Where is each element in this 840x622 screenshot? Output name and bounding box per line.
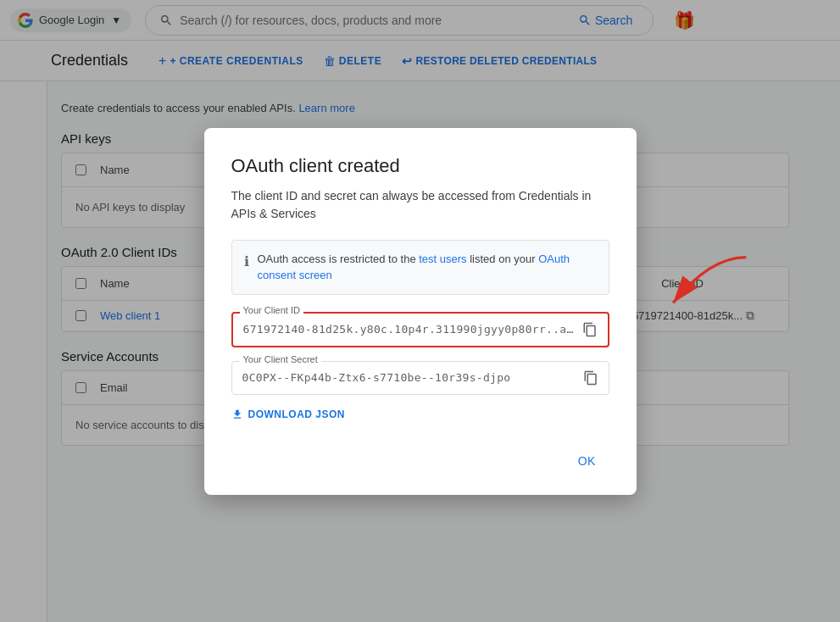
client-id-field-group: Your Client ID 671972140-81d25k.y80c.10p…	[231, 312, 609, 347]
oauth-dialog: OAuth client created The client ID and s…	[204, 128, 637, 495]
dialog-description: The client ID and secret can always be a…	[231, 187, 609, 223]
modal-overlay: OAuth client created The client ID and s…	[0, 0, 840, 622]
client-id-label: Your Client ID	[240, 305, 303, 315]
client-secret-field-value: 0C0PX--FKp44b-Ztx6-s7710be--10r39s-djpo	[242, 371, 576, 384]
dialog-title: OAuth client created	[231, 155, 609, 177]
info-icon: ℹ	[244, 252, 249, 272]
client-id-box: 671972140-81d25k.y80c.10p4r.311990jgyy0p…	[231, 312, 609, 347]
copy-client-id-button[interactable]	[582, 322, 598, 337]
client-secret-box: 0C0PX--FKp44b-Ztx6-s7710be--10r39s-djpo	[231, 361, 609, 395]
download-json-button[interactable]: DOWNLOAD JSON	[231, 408, 346, 420]
copy-client-secret-button[interactable]	[583, 370, 598, 386]
download-icon	[231, 408, 243, 420]
test-users-link[interactable]: test users	[419, 253, 466, 265]
copy-icon	[582, 322, 598, 337]
dialog-actions: OK	[231, 447, 609, 475]
client-secret-label: Your Client Secret	[240, 354, 321, 364]
info-box-text: OAuth access is restricted to the test u…	[258, 251, 597, 284]
red-arrow-indicator	[637, 247, 755, 323]
info-box: ℹ OAuth access is restricted to the test…	[231, 240, 609, 295]
ok-button[interactable]: OK	[565, 447, 609, 475]
client-id-field-value: 671972140-81d25k.y80c.10p4r.311990jgyy0p…	[243, 323, 576, 336]
client-secret-field-group: Your Client Secret 0C0PX--FKp44b-Ztx6-s7…	[231, 361, 609, 395]
copy-secret-icon	[583, 370, 598, 386]
